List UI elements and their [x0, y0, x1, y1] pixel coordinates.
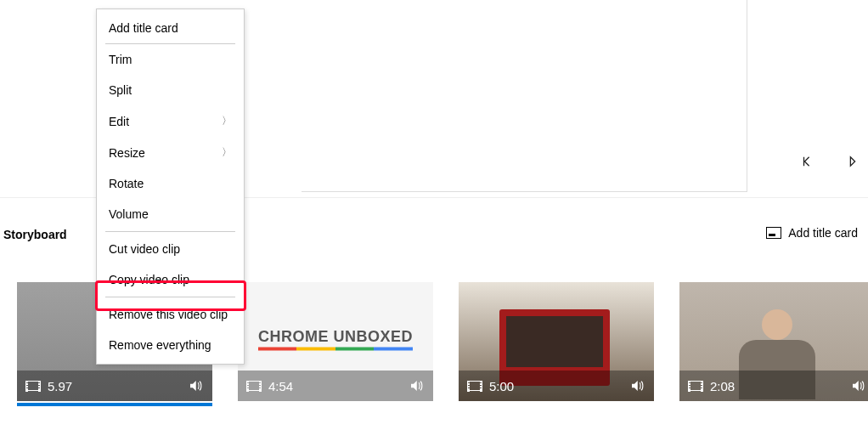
clip-info-bar: 5:00	[459, 371, 654, 401]
clip-context-menu: Add title card Trim Split Edit〉 Resize〉 …	[96, 8, 245, 365]
clip-info-bar: 4:54	[238, 371, 433, 401]
volume-icon[interactable]	[187, 378, 204, 393]
menu-add-title-card[interactable]: Add title card	[105, 13, 235, 44]
clip-item[interactable]: 2:08	[679, 282, 868, 401]
preview-nav	[797, 151, 863, 172]
menu-edit[interactable]: Edit〉	[97, 105, 244, 137]
clip-info-bar: 2:08	[679, 371, 868, 401]
menu-remove-this-clip[interactable]: Remove this video clip	[97, 299, 244, 330]
add-title-card-button[interactable]: Add title card	[766, 226, 858, 240]
menu-split[interactable]: Split	[97, 75, 244, 105]
clip-item[interactable]: 5:00	[459, 282, 654, 401]
clip-logo: CHROME UNBOXED	[258, 328, 413, 351]
menu-resize[interactable]: Resize〉	[97, 137, 244, 168]
chevron-right-icon: 〉	[222, 114, 232, 128]
clip-item[interactable]: CHROME UNBOXED 4:54	[238, 282, 433, 401]
volume-icon[interactable]	[849, 378, 866, 393]
volume-icon[interactable]	[408, 378, 425, 393]
volume-icon[interactable]	[628, 378, 645, 393]
menu-rotate[interactable]: Rotate	[97, 168, 244, 199]
clip-duration: 5.97	[48, 379, 72, 393]
film-icon	[688, 381, 703, 391]
add-title-card-label: Add title card	[788, 226, 858, 240]
menu-cut-clip[interactable]: Cut video clip	[97, 234, 244, 264]
clip-duration: 4:54	[268, 379, 293, 393]
clip-duration: 5:00	[489, 379, 514, 393]
menu-volume[interactable]: Volume	[97, 199, 244, 229]
preview-panel	[302, 0, 747, 192]
chevron-right-icon: 〉	[222, 145, 232, 160]
film-icon	[25, 381, 41, 391]
title-card-icon	[766, 227, 781, 239]
storyboard-heading: Storyboard	[3, 228, 67, 241]
menu-remove-everything[interactable]: Remove everything	[97, 330, 244, 360]
menu-trim[interactable]: Trim	[97, 44, 244, 75]
film-icon	[467, 381, 482, 391]
menu-separator	[105, 231, 235, 232]
prev-frame-button[interactable]	[797, 151, 817, 172]
film-icon	[246, 381, 262, 391]
clip-duration: 2:08	[710, 379, 735, 393]
menu-separator	[105, 297, 235, 297]
menu-copy-clip[interactable]: Copy video clip	[97, 264, 244, 295]
clip-info-bar: 5.97	[17, 371, 212, 401]
next-frame-button[interactable]	[843, 151, 863, 172]
